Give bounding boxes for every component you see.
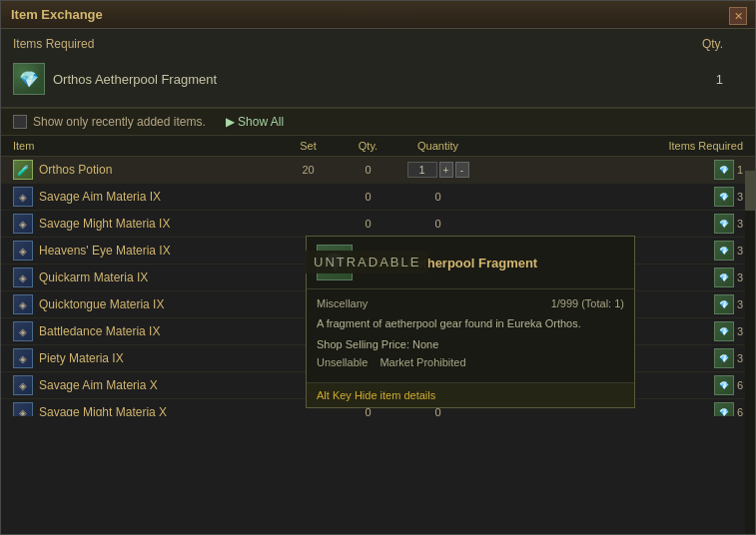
items-required-badge: 💎3	[714, 187, 743, 207]
qty-header-label: Qty.	[702, 37, 743, 51]
badge-number: 3	[737, 191, 743, 203]
row-item-name: Battledance Materia IX	[39, 324, 160, 338]
stepper-plus-button[interactable]: +	[439, 162, 453, 178]
row-item-icon: ◈	[13, 375, 33, 395]
badge-icon: 💎	[714, 375, 734, 395]
untradable-banner: UNTRADABLE	[306, 251, 428, 273]
badge-number: 3	[737, 218, 743, 230]
row-item-icon: ◈	[13, 348, 33, 368]
row-item-icon: ◈	[13, 241, 33, 261]
tooltip-type-row: Miscellany 1/999 (Total: 1)	[317, 297, 624, 309]
stepper-group: 1+-	[407, 162, 469, 178]
badge-number: 3	[737, 352, 743, 364]
show-all-button[interactable]: ▶ Show All	[226, 115, 284, 129]
required-item-left: 💎 Orthos Aetherpool Fragment	[13, 63, 217, 95]
col-set: Set	[279, 140, 339, 152]
tooltip-hint: Alt Key Hide item details	[317, 389, 435, 401]
close-button[interactable]: ✕	[729, 7, 747, 25]
row-qty: 0	[339, 218, 398, 230]
badge-number: 6	[737, 379, 743, 391]
row-item-icon: ◈	[13, 187, 33, 207]
col-quantity: Quantity	[398, 140, 478, 152]
badge-icon: 💎	[714, 187, 734, 207]
row-qty: 0	[339, 406, 398, 416]
row-item-name: Piety Materia IX	[39, 351, 124, 365]
title-bar: Item Exchange ✕	[1, 1, 755, 29]
items-required-badge: 💎1	[714, 160, 743, 180]
badge-icon: 💎	[714, 268, 734, 287]
tooltip-tag-unsellable: Unsellable	[317, 356, 368, 368]
badge-number: 1	[737, 164, 743, 176]
badge-number: 6	[737, 406, 743, 416]
badge-icon: 💎	[714, 321, 734, 341]
tooltip-body: Miscellany 1/999 (Total: 1) A fragment o…	[307, 289, 634, 382]
required-item-icon: 💎	[13, 63, 45, 95]
required-item-row: 💎 Orthos Aetherpool Fragment 1	[13, 59, 743, 99]
tooltip-type: Miscellany	[317, 297, 368, 309]
items-required-badge: 💎3	[714, 348, 743, 368]
checkbox-area: Show only recently added items.	[13, 115, 206, 129]
tooltip-price: Shop Selling Price: None	[317, 338, 624, 350]
row-quantity: 0	[398, 191, 478, 203]
tooltip-footer: Alt Key Hide item details	[307, 382, 634, 407]
row-item-icon: ◈	[13, 214, 33, 234]
row-item-name: Savage Aim Materia X	[39, 378, 158, 392]
section-header: Items Required Qty.	[13, 37, 743, 51]
window-title: Item Exchange	[11, 7, 103, 22]
table-row[interactable]: ◈Savage Might Materia IX00💎3	[1, 211, 755, 238]
row-item-name: Orthos Potion	[39, 163, 112, 177]
col-item: Item	[13, 140, 279, 152]
row-items-required: 💎3	[478, 214, 744, 234]
tooltip-qty: 1/999 (Total: 1)	[551, 297, 624, 309]
row-quantity: 0	[398, 218, 478, 230]
row-item-icon: 🧪	[13, 160, 33, 180]
badge-icon: 💎	[714, 214, 734, 234]
badge-number: 3	[737, 325, 743, 337]
items-required-badge: 💎3	[714, 241, 743, 261]
table-header: Item Set Qty. Quantity Items Required	[1, 136, 755, 157]
tooltip-tag-market: Market Prohibited	[379, 356, 465, 368]
stepper-value: 1	[407, 162, 437, 178]
recently-added-label: Show only recently added items.	[33, 115, 206, 129]
items-required-label: Items Required	[13, 37, 94, 51]
row-item-name: Savage Might Materia IX	[39, 217, 170, 231]
row-items-required: 💎1	[478, 160, 744, 180]
badge-icon: 💎	[714, 294, 734, 314]
items-required-badge: 💎6	[714, 375, 743, 395]
items-required-badge: 💎3	[714, 294, 743, 314]
row-set: 20	[279, 164, 339, 176]
row-item-name: Savage Might Materia X	[39, 405, 167, 416]
row-quantity: 1+-	[398, 162, 478, 178]
stepper-minus-button[interactable]: -	[455, 162, 469, 178]
row-item-name: Heavens' Eye Materia IX	[39, 244, 171, 258]
items-required-badge: 💎3	[714, 214, 743, 234]
row-item-icon: ◈	[13, 321, 33, 341]
row-qty: 0	[339, 164, 398, 176]
badge-icon: 💎	[714, 348, 734, 368]
badge-icon: 💎	[714, 160, 734, 180]
row-item-name: Quicktongue Materia IX	[39, 297, 164, 311]
scrollbar-thumb[interactable]	[745, 171, 755, 211]
row-item-name: Quickarm Materia IX	[39, 270, 148, 284]
table-row[interactable]: 🧪Orthos Potion2001+-💎1	[1, 157, 755, 184]
required-item-qty: 1	[716, 72, 743, 87]
row-item-icon: ◈	[13, 268, 33, 287]
col-qty: Qty.	[339, 140, 398, 152]
items-required-badge: 💎3	[714, 321, 743, 341]
table-row[interactable]: ◈Savage Aim Materia IX00💎3	[1, 184, 755, 211]
item-exchange-window: Item Exchange ✕ Items Required Qty. 💎 Or…	[0, 0, 756, 535]
items-required-badge: 💎3	[714, 268, 743, 287]
badge-number: 3	[737, 245, 743, 257]
items-required-section: Items Required Qty. 💎 Orthos Aetherpool …	[1, 29, 755, 108]
badge-number: 3	[737, 298, 743, 310]
scrollbar[interactable]	[745, 171, 755, 534]
row-item-icon: ◈	[13, 294, 33, 314]
required-item-name: Orthos Aetherpool Fragment	[53, 72, 217, 87]
recently-added-checkbox[interactable]	[13, 115, 27, 129]
badge-icon: 💎	[714, 402, 734, 416]
row-item-icon: ◈	[13, 402, 33, 416]
middle-bar: Show only recently added items. ▶ Show A…	[1, 108, 755, 136]
items-required-badge: 💎6	[714, 402, 743, 416]
col-items-required: Items Required	[478, 140, 744, 152]
row-item-name: Savage Aim Materia IX	[39, 190, 161, 204]
